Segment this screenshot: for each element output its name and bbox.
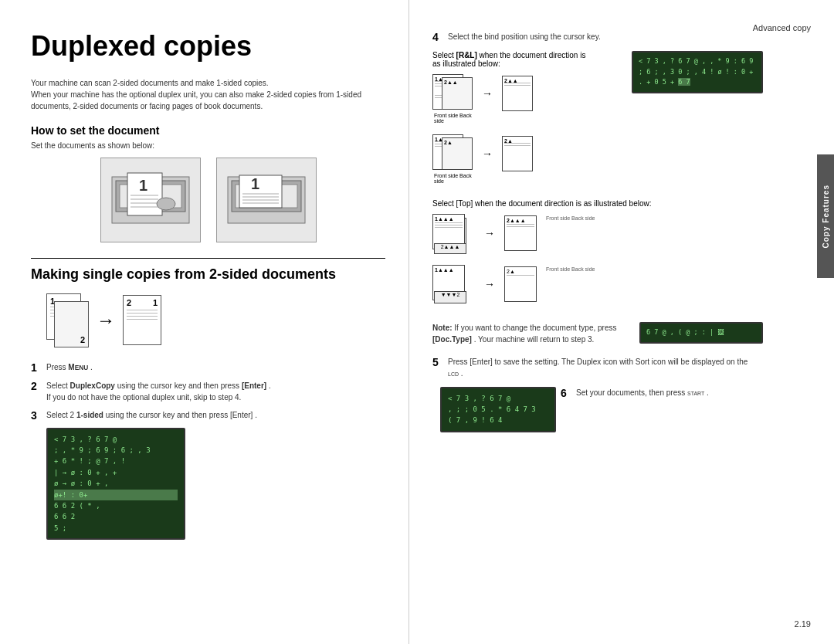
step-5-text: Press [Enter] to save the setting. The D…: [448, 356, 758, 379]
step-5: 5 Press [Enter] to save the setting. The…: [432, 356, 763, 379]
rl-result-1: 2▲▲: [502, 76, 533, 111]
step-3-number: 3: [31, 409, 42, 422]
lcd-step6-container: < 7 3 , ? 6 7 @ , ; ; 0 5 . * 6 4 7 3 ( …: [440, 387, 556, 436]
step4-content: < 7 3 , ? 6 7 @ , , * 9 : 6 9 ; 6 ; , 3 …: [432, 51, 763, 314]
page-title: Duplexed copies: [31, 31, 385, 62]
top-source-1: 1▲▲▲ 2▲▲▲: [432, 214, 475, 253]
rl-source-1: 1▲ 2▲▲: [432, 74, 473, 113]
svg-text:1: 1: [251, 175, 259, 192]
lcd-step5: 6 7 @ , ( @ ; : | 🖼: [639, 322, 763, 344]
step-1: 1 Press MENU .: [31, 361, 385, 374]
step-4-text: Select the bind position using the curso…: [448, 31, 601, 42]
svg-text:1: 1: [139, 177, 147, 194]
copy-features-tab: Copy Features: [817, 154, 834, 278]
top-source-2: 1▲▲▲ ▼▼▼2: [432, 265, 475, 303]
lcd-step6-bottom: < 7 3 , ? 6 7 @ , ; ; 0 5 . * 6 4 7 3 ( …: [440, 387, 556, 432]
rl-arrow-2: →: [482, 147, 493, 160]
top-front-back-2: Front side Back side: [546, 265, 595, 272]
note-text: 6 7 @ , ( @ ; : | 🖼 Note: If you want to…: [432, 322, 763, 347]
step-4: 4 Select the bind position using the cur…: [432, 31, 763, 43]
top-result-1: 2▲▲▲: [504, 215, 537, 251]
step-6: < 7 3 , ? 6 7 @ , ; ; 0 5 . * 6 4 7 3 ( …: [432, 387, 763, 436]
how-to-sub-text: Set the documents as shown below:: [31, 141, 385, 150]
svg-point-9: [157, 198, 175, 210]
lcd-screen-top-right: < 7 3 , ? 6 7 @ , , * 9 : 6 9 ; 6 ; , 3 …: [632, 51, 763, 93]
top-diagram-row-1: 1▲▲▲ 2▲▲▲ →: [432, 214, 763, 253]
making-section-title: Making single copies from 2-sided docume…: [31, 258, 385, 283]
step-2: 2 Select DuplexCopy using the cursor key…: [31, 380, 385, 403]
top-front-back-1: Front side Back side: [546, 214, 595, 221]
step-1-number: 1: [31, 361, 42, 374]
right-column: 4 Select the bind position using the cur…: [409, 0, 802, 644]
step-2-number: 2: [31, 380, 42, 392]
rl-diagram-row-1: 1▲ 2▲▲: [432, 74, 624, 113]
top-diagrams: 1▲▲▲ 2▲▲▲ →: [432, 214, 763, 303]
copy-features-tab-label: Copy Features: [822, 185, 830, 248]
top-arrow-1: →: [484, 227, 495, 239]
document-illustrations: 1 1: [31, 158, 385, 242]
source-doc: 1 2: [46, 293, 89, 347]
lcd-screen-step3: < 7 3 , ? 6 7 @ ; , * 9 ; 6 9 ; 6 ; , 3 …: [46, 428, 185, 541]
top-note: Select [Top] when the document direction…: [432, 199, 763, 208]
step-1-text: Press MENU .: [46, 361, 93, 373]
step-3: 3 Select 2 1-sided using the cursor key …: [31, 409, 385, 422]
intro-paragraph: Your machine can scan 2-sided documents …: [31, 77, 385, 112]
document-illustration-2: 1: [216, 158, 317, 242]
step-4-number: 4: [432, 31, 443, 43]
how-to-section-title: How to set the document: [31, 124, 385, 137]
duplex-arrow-diagram: 1 2 → 2 1: [46, 293, 385, 347]
rl-diagram-row-2: 1▲▲ 2▲ Front side Back side →: [432, 134, 763, 173]
step-6-text: Set your documents, then press start .: [576, 387, 709, 398]
top-arrow-2: →: [484, 278, 495, 290]
rl-arrow-1: →: [482, 87, 493, 100]
step-3-text: Select 2 1-sided using the cursor key an…: [46, 409, 257, 421]
top-diagram-row-2: 1▲▲▲ ▼▼▼2 → 2▲ Front side Back side: [432, 265, 763, 303]
left-column: Duplexed copies Your machine can scan 2-…: [0, 0, 409, 644]
result-doc: 2 1: [123, 295, 161, 345]
step-2-text: Select DuplexCopy using the cursor key a…: [46, 380, 271, 403]
top-result-2: 2▲: [504, 266, 537, 302]
document-illustration-1: 1: [100, 158, 201, 242]
step-6-number: 6: [561, 387, 571, 399]
rl-source-2: 1▲▲ 2▲ Front side Back side: [432, 134, 473, 173]
step-5-number: 5: [432, 356, 443, 368]
direction-arrow: →: [97, 310, 115, 331]
rl-result-2: 2▲: [502, 136, 533, 171]
